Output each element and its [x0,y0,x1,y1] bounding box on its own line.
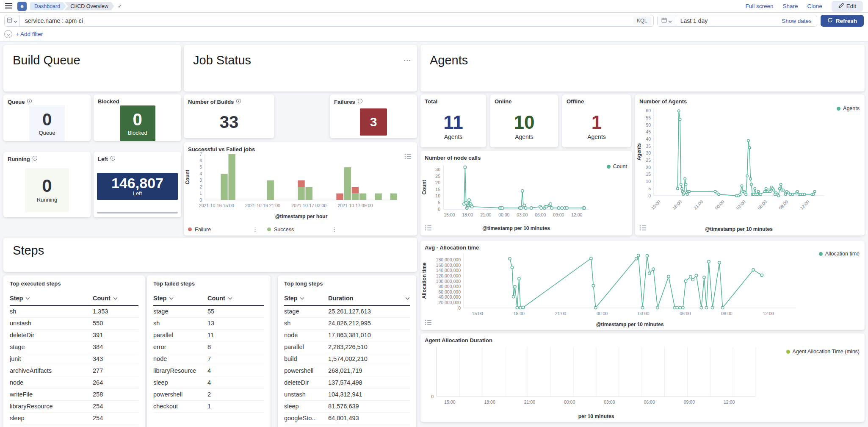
query-bar-section: service.name : apm-ci KQL Last 1 day Sho… [0,13,868,42]
breadcrumb-dashboard[interactable]: Dashboard [30,2,66,11]
clone-button[interactable]: Clone [807,3,822,9]
panel-top-long-steps: Top long steps Step Duration stage25,261… [278,275,416,427]
svg-text:20,000,000: 20,000,000 [438,300,461,305]
menu-button[interactable] [3,1,14,11]
metric-label: Blocked [127,130,147,136]
panel-allocation-time-chart: Avg - Allocation time 020,000,00040,000,… [420,241,865,330]
svg-text:10: 10 [435,193,440,198]
svg-text:80,000,000: 80,000,000 [438,284,461,289]
inspect-icon[interactable] [639,224,647,233]
query-input[interactable]: service.name : apm-ci [20,17,633,24]
svg-text:21:00: 21:00 [555,311,566,316]
panel-build-queue-header: Build Queue [3,45,181,92]
info-icon[interactable] [27,98,32,105]
chart-legend[interactable]: Allocation time [819,251,860,257]
legend-item-failure[interactable]: Failure ⋮ [188,226,258,233]
inspect-icon[interactable] [424,319,432,327]
node-calls-chart: 05101520253015:0018:0021:0000:0003:0006:… [421,159,593,232]
edit-button[interactable]: Edit [832,1,863,12]
legend-dot [267,227,271,231]
svg-text:09:00: 09:00 [553,212,564,217]
svg-text:15: 15 [646,172,651,177]
svg-text:@timestamp per hour: @timestamp per hour [275,214,328,219]
metric-builds: 33 [220,114,239,130]
table-row: writeFile258 [10,389,138,401]
svg-text:15:00: 15:00 [444,212,455,217]
svg-text:140,000,000: 140,000,000 [436,268,461,273]
metric-label: Running [37,197,57,203]
section-title-agents: Agents [420,45,865,76]
breadcrumb: Dashboard CI/CD Overview ✓ [30,2,122,11]
sort-header-step[interactable]: Step [153,295,207,302]
chart-legend[interactable]: Agent Allocation Time (mins) [786,349,860,355]
legend-actions-icon[interactable]: ⋮ [252,226,258,233]
table-body: stage55sh13parallel11error8node7libraryR… [153,306,264,413]
svg-text:10: 10 [646,179,651,184]
svg-text:25: 25 [435,174,440,179]
sort-header-duration[interactable]: Duration [328,295,410,302]
add-filter-button[interactable]: + Add filter [16,31,43,37]
svg-text:18:00: 18:00 [514,311,525,316]
section-title-job-status: Job Status [184,45,417,76]
svg-text:25: 25 [646,158,651,163]
horizontal-scrollbar[interactable] [97,212,178,214]
info-icon[interactable] [32,155,38,162]
table-row: sleep81,576,639 [284,401,410,413]
metric-label: Agents [444,133,463,140]
panel-metric-running: Running 0 Running [3,152,91,217]
chart-legend[interactable]: Agents [837,105,860,111]
svg-text:2: 2 [199,184,202,189]
sort-header-step[interactable]: Step [10,295,93,302]
panel-metric-online: Online 10 Agents [490,94,558,147]
sort-header-step[interactable]: Step [284,295,328,302]
legend-item-success[interactable]: Success ⋮ [267,226,337,233]
svg-text:00:00: 00:00 [714,199,725,211]
table-title: Top long steps [284,280,410,287]
info-icon[interactable] [236,98,241,105]
breadcrumb-current: CI/CD Overview [64,2,114,11]
show-dates-button[interactable]: Show dates [782,18,812,24]
sort-header-count[interactable]: Count [207,295,264,302]
legend-actions-icon[interactable]: ⋮ [332,226,337,233]
query-language-button[interactable]: KQL [633,17,651,25]
svg-text:15:00: 15:00 [444,399,455,405]
chevron-down-icon [14,18,17,24]
table-row: unstash104,312,941 [284,389,410,401]
share-button[interactable]: Share [782,3,798,9]
svg-text:per 10 minutes: per 10 minutes [578,413,614,419]
svg-text:18:00: 18:00 [462,212,473,217]
table-row: junit343 [10,353,138,365]
svg-text:06:00: 06:00 [756,199,768,211]
inspect-icon[interactable] [404,152,412,161]
date-picker-menu-button[interactable] [658,15,676,26]
svg-text:7: 7 [199,152,202,157]
svg-text:Allocation time: Allocation time [421,262,427,299]
table-row: unstash550 [10,318,138,330]
table-row: stage55 [153,306,264,318]
metric-total-agents: 11 Agents [443,113,463,140]
sort-header-count[interactable]: Count [93,295,138,302]
panel-agent-allocation-duration-chart: Agent Allocation Duration 015:0018:0021:… [420,333,865,422]
metric-value: 0 [133,111,142,128]
svg-text:15:00: 15:00 [472,311,483,316]
table-row: parallel11 [153,330,264,341]
svg-text:06:00: 06:00 [535,212,546,217]
svg-text:@timestamp per 10 minutes: @timestamp per 10 minutes [596,322,664,327]
metric-offline-agents: 1 Agents [587,113,606,140]
panel-agents-header: Agents [420,45,865,92]
time-range-value[interactable]: Last 1 day [680,17,708,24]
inspect-icon[interactable] [424,224,432,233]
info-icon[interactable] [110,155,116,162]
svg-text:40: 40 [646,136,651,141]
saved-query-menu-button[interactable] [5,15,20,26]
panel-steps-header: Steps [3,238,417,272]
chart-legend[interactable]: Count [607,164,627,169]
filter-options-button[interactable] [4,30,12,38]
svg-text:12:00: 12:00 [724,399,735,405]
table-row: deleteDir137,574,498 [284,377,410,389]
panel-menu-button[interactable]: ⋯ [404,56,411,65]
elastic-logo-icon[interactable]: e [17,2,27,11]
info-icon[interactable] [357,98,363,105]
refresh-button[interactable]: Refresh [821,15,864,27]
full-screen-button[interactable]: Full screen [745,3,773,9]
